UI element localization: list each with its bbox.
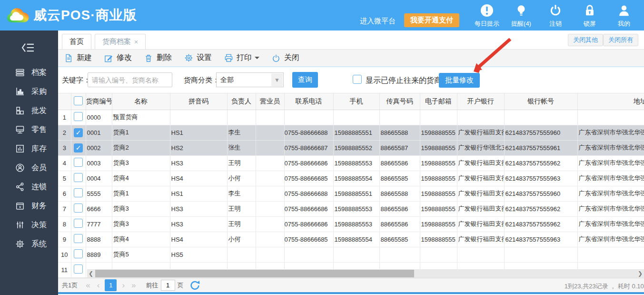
row-checkbox[interactable] xyxy=(74,112,83,121)
row-number: 6 xyxy=(58,186,71,201)
sidebar-item-retail-monitor[interactable]: 零售 xyxy=(0,120,58,139)
sidebar-item-wholesale-blocks[interactable]: 批发 xyxy=(0,101,58,120)
row-checkbox[interactable] xyxy=(74,234,83,243)
row-checkbox[interactable] xyxy=(74,173,83,182)
row-checkbox[interactable] xyxy=(74,249,83,258)
tab-货商档案[interactable]: 货商档案× xyxy=(95,34,146,49)
scroll-right-arrow[interactable]: ❯ xyxy=(636,269,644,278)
next-page-button[interactable]: › xyxy=(122,281,125,290)
toolbar: 新建 修改 删除 设置 打印 关闭 xyxy=(58,49,644,67)
table-row[interactable]: 10 8889货商5HS5 xyxy=(58,247,644,262)
sidebar-item-decision-sliders[interactable]: 决策 xyxy=(0,215,58,234)
member-person-icon xyxy=(15,163,26,173)
sidebar-item-finance-yuan[interactable]: ¥ 财务 xyxy=(0,196,58,215)
column-header: 手机 xyxy=(333,93,379,110)
settings-gear-button[interactable]: 设置 xyxy=(184,53,212,63)
category-label: 货商分类： xyxy=(184,76,219,85)
cell-负责人: 王明 xyxy=(227,155,256,171)
cell-传真号码: 88665585 xyxy=(379,232,420,247)
table-row[interactable]: 4 0003货商3HS3王明0755-886666861598888555388… xyxy=(58,155,644,171)
prev-page-button[interactable]: ‹ xyxy=(97,281,100,290)
table-row[interactable]: 6 5555货商1HS1李生0755-886666881598888555188… xyxy=(58,186,644,201)
table-row[interactable]: 9 8888货商4HS4小何0755-886666851598888555488… xyxy=(58,232,644,247)
top-action-lock[interactable]: 锁屏 xyxy=(573,3,607,28)
printer-button[interactable]: 打印 xyxy=(224,53,259,63)
search-button[interactable]: 查询 xyxy=(292,72,318,88)
category-select[interactable]: 全部 ▼ xyxy=(216,72,284,87)
current-page-button[interactable]: 1 xyxy=(105,279,117,291)
tab-close-icon[interactable]: × xyxy=(134,38,138,46)
scrollbar-thumb[interactable] xyxy=(95,270,414,277)
sidebar-item-label: 零售 xyxy=(31,125,47,135)
scroll-left-arrow[interactable]: ❮ xyxy=(87,269,95,278)
wholesale-blocks-icon xyxy=(15,106,26,115)
sidebar-item-purchase-chart[interactable]: 采购 xyxy=(0,82,58,101)
table-row[interactable]: 1 0000预置货商 xyxy=(58,110,644,125)
show-stopped-checkbox[interactable] xyxy=(353,75,362,84)
row-checkbox[interactable]: ✓ xyxy=(74,128,83,137)
dropdown-caret-icon xyxy=(255,57,259,59)
row-number: 7 xyxy=(58,201,71,216)
select-all-checkbox[interactable] xyxy=(74,96,83,105)
sidebar-item-member-person[interactable]: 会员 xyxy=(0,158,58,177)
table-row[interactable]: 7 6666货商3HS3王明0755-886666861598888555388… xyxy=(58,201,644,216)
open-payment-button[interactable]: 我要开通支付 xyxy=(404,13,459,27)
table-row[interactable]: 8 7777货商3HS3王明0755-886666861598888555388… xyxy=(58,216,644,232)
tab-label: 货商档案 xyxy=(102,37,131,46)
trash-button[interactable]: 删除 xyxy=(144,53,172,63)
cell-货商编号: 0001 xyxy=(86,125,112,140)
row-checkbox[interactable] xyxy=(74,203,83,213)
row-checkbox-cell xyxy=(71,232,86,247)
micro-platform-link[interactable]: 进入微平台 xyxy=(360,17,396,26)
column-header: 拼音码 xyxy=(170,93,227,110)
new-doc-button[interactable]: 新建 xyxy=(64,53,92,63)
top-action-user[interactable]: 我的 xyxy=(607,3,641,28)
table-row[interactable]: 2 ✓0001货商1HS1李生0755-88666688159888855518… xyxy=(58,125,644,140)
batch-edit-button[interactable]: 批量修改 xyxy=(439,73,480,88)
cell-营业员 xyxy=(256,125,284,140)
cell-电子邮箱: 1598888555 xyxy=(420,171,457,186)
cell-地址: 广东省深圳市华强北华强 xyxy=(577,125,644,140)
top-header-bar: 威云POS·商业版 进入微平台 我要开通支付 每日提示 提醒(4) 注销 锁屏 … xyxy=(0,0,644,31)
last-page-button[interactable]: » xyxy=(131,281,136,290)
table-row[interactable]: 5 0004货商4HS4小何0755-886666851598888555488… xyxy=(58,171,644,186)
sidebar-collapse-button[interactable] xyxy=(21,42,58,55)
edit-pencil-button[interactable]: 修改 xyxy=(104,53,132,63)
cell-开户银行: 广发银行福田支行 xyxy=(457,201,504,216)
sidebar-item-stock-chart[interactable]: 库存 xyxy=(0,139,58,158)
sidebar-item-label: 决策 xyxy=(31,220,47,230)
close-power-button[interactable]: 关闭 xyxy=(272,53,299,63)
cell-开户银行: 广发银行福田支行 xyxy=(457,216,504,232)
top-action-reminder-bulb[interactable]: 提醒(4) xyxy=(504,3,538,28)
top-action-label: 每日提示 xyxy=(475,20,499,28)
toolbar-button-label: 新建 xyxy=(77,53,92,63)
row-checkbox[interactable] xyxy=(74,264,83,274)
first-page-button[interactable]: « xyxy=(86,281,90,290)
keyword-input[interactable] xyxy=(88,72,172,87)
logout-power-icon xyxy=(549,3,562,18)
sidebar-item-archive[interactable]: 档案 xyxy=(0,63,58,82)
row-checkbox[interactable] xyxy=(74,219,83,228)
row-checkbox[interactable]: ✓ xyxy=(74,143,83,153)
top-action-logout-power[interactable]: 注销 xyxy=(538,3,573,28)
sidebar-item-system-gear[interactable]: 系统 xyxy=(0,234,58,254)
goto-page-input[interactable] xyxy=(161,280,175,291)
cell-银行帐号: 6214837557555962 xyxy=(504,155,577,171)
tab-首页[interactable]: 首页 xyxy=(62,34,91,49)
top-action-daily-tip[interactable]: 每日提示 xyxy=(470,3,504,28)
cell-名称: 货商3 xyxy=(112,216,170,232)
cell-银行帐号: 6214837557555960 xyxy=(504,186,577,201)
close-all-tabs-button[interactable]: 关闭所有 xyxy=(603,34,638,46)
cell-银行帐号: 6214837557555962 xyxy=(504,216,577,232)
sidebar-item-chain-share[interactable]: 连锁 xyxy=(0,177,58,196)
refresh-icon[interactable] xyxy=(189,280,200,291)
row-checkbox[interactable] xyxy=(74,188,83,197)
row-checkbox[interactable] xyxy=(74,158,83,167)
cell-电子邮箱 xyxy=(420,110,457,125)
row-checkbox-cell xyxy=(71,110,86,125)
cell-电子邮箱: 1598888555 xyxy=(420,216,457,232)
close-other-tabs-button[interactable]: 关闭其他 xyxy=(568,34,603,46)
table-row[interactable]: 3 ✓0002货商2HS2张生0755-88666687159888855528… xyxy=(58,140,644,155)
horizontal-scrollbar[interactable]: ❮ ❯ xyxy=(87,269,644,278)
app-window: 威云POS·商业版 进入微平台 我要开通支付 每日提示 提醒(4) 注销 锁屏 … xyxy=(0,0,644,295)
